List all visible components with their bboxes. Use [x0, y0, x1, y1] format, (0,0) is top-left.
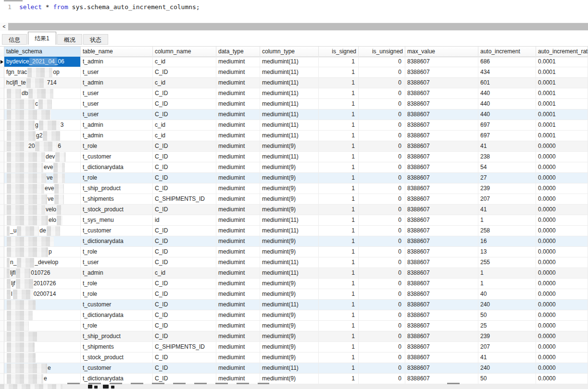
- grid-cell-auto_increment[interactable]: 50: [478, 374, 536, 384]
- grid-cell-column_name[interactable]: C_ID: [153, 289, 216, 300]
- scrollbar-left-icon[interactable]: <: [0, 23, 8, 31]
- column-header-max_value[interactable]: max_value: [405, 47, 478, 57]
- table-row[interactable]: _udet_customerC_IDmediumintmediumint(11)…: [0, 226, 588, 236]
- grid-cell-table_name[interactable]: t_shipments: [81, 342, 153, 353]
- grid-cell-table_schema[interactable]: [4, 331, 81, 342]
- row-marker[interactable]: [0, 67, 4, 78]
- grid-cell-column_type[interactable]: mediumint(9): [260, 141, 319, 152]
- grid-cell-table_name[interactable]: t_role: [81, 279, 153, 289]
- grid-cell-data_type[interactable]: mediumint: [216, 120, 260, 131]
- grid-cell-table_schema[interactable]: hcljfl_te714: [4, 78, 81, 88]
- grid-cell-max_value[interactable]: 8388607: [405, 57, 478, 67]
- row-marker[interactable]: [0, 321, 4, 331]
- grid-cell-data_type[interactable]: mediumint: [216, 363, 260, 374]
- grid-cell-auto_increment_ratio[interactable]: 0.0000: [536, 247, 588, 257]
- grid-cell-data_type[interactable]: mediumint: [216, 353, 260, 363]
- grid-cell-auto_increment_ratio[interactable]: 0.0000: [536, 215, 588, 226]
- grid-cell-table_schema[interactable]: l0200714: [4, 289, 81, 300]
- grid-cell-max_value[interactable]: 8388607: [405, 289, 478, 300]
- grid-cell-table_name[interactable]: t_customer: [81, 152, 153, 162]
- column-header-is_unsigned[interactable]: is_unsigned: [359, 47, 405, 57]
- grid-cell-auto_increment_ratio[interactable]: 0.0000: [536, 162, 588, 173]
- tab-status[interactable]: 状态: [83, 34, 108, 45]
- grid-cell-column_type[interactable]: mediumint(11): [260, 226, 319, 236]
- grid-cell-column_name[interactable]: C_ID: [153, 226, 216, 236]
- grid-cell-column_type[interactable]: mediumint(11): [260, 109, 319, 120]
- table-row[interactable]: ljfl010726t_adminc_idmediumintmediumint(…: [0, 268, 588, 279]
- row-marker[interactable]: [0, 205, 4, 215]
- grid-cell-table_schema[interactable]: e: [4, 363, 81, 374]
- grid-cell-column_type[interactable]: mediumint(9): [260, 279, 319, 289]
- grid-cell-auto_increment_ratio[interactable]: 0.0000: [536, 152, 588, 162]
- grid-cell-is_signed[interactable]: 1: [319, 194, 359, 205]
- table-row[interactable]: evet_ship_productC_IDmediumintmediumint(…: [0, 183, 588, 194]
- table-row[interactable]: t_customerC_IDmediumintmediumint(11)1083…: [0, 300, 588, 310]
- grid-cell-table_name[interactable]: t_customer: [81, 300, 153, 310]
- grid-cell-max_value[interactable]: 8388607: [405, 279, 478, 289]
- grid-cell-is_unsigned[interactable]: 0: [359, 247, 405, 257]
- grid-cell-max_value[interactable]: 8388607: [405, 374, 478, 384]
- grid-cell-column_type[interactable]: mediumint(9): [260, 289, 319, 300]
- grid-cell-table_name[interactable]: t_ship_product: [81, 331, 153, 342]
- grid-cell-is_unsigned[interactable]: 0: [359, 78, 405, 88]
- table-row[interactable]: hcljfl_te714t_adminc_idmediumintmediumin…: [0, 78, 588, 88]
- grid-cell-data_type[interactable]: mediumint: [216, 162, 260, 173]
- grid-cell-is_signed[interactable]: 1: [319, 173, 359, 183]
- grid-cell-is_signed[interactable]: 1: [319, 162, 359, 173]
- grid-cell-auto_increment_ratio[interactable]: 0.0000: [536, 342, 588, 353]
- grid-cell-auto_increment[interactable]: 239: [478, 183, 536, 194]
- grid-cell-table_schema[interactable]: db: [4, 88, 81, 99]
- grid-cell-table_schema[interactable]: [4, 109, 81, 120]
- table-row[interactable]: ct_userC_IDmediumintmediumint(11)1083886…: [0, 99, 588, 109]
- grid-cell-column_name[interactable]: C_ID: [153, 310, 216, 321]
- grid-cell-table_schema[interactable]: [4, 321, 81, 331]
- grid-cell-auto_increment_ratio[interactable]: 0.0000: [536, 321, 588, 331]
- grid-cell-column_type[interactable]: mediumint(11): [260, 99, 319, 109]
- grid-cell-is_unsigned[interactable]: 0: [359, 226, 405, 236]
- grid-cell-column_type[interactable]: mediumint(11): [260, 78, 319, 88]
- row-marker[interactable]: [0, 109, 4, 120]
- grid-cell-table_schema[interactable]: eve: [4, 183, 81, 194]
- grid-cell-max_value[interactable]: 8388607: [405, 120, 478, 131]
- grid-cell-is_unsigned[interactable]: 0: [359, 67, 405, 78]
- grid-cell-auto_increment_ratio[interactable]: 0.0001: [536, 131, 588, 141]
- grid-cell-column_type[interactable]: mediumint(11): [260, 268, 319, 279]
- grid-cell-max_value[interactable]: 8388607: [405, 141, 478, 152]
- grid-cell-column_name[interactable]: C_ID: [153, 353, 216, 363]
- table-row[interactable]: et_customerC_IDmediumintmediumint(11)108…: [0, 363, 588, 374]
- grid-cell-auto_increment[interactable]: 207: [478, 194, 536, 205]
- table-row[interactable]: devt_customerC_IDmediumintmediumint(11)1…: [0, 152, 588, 162]
- grid-cell-is_signed[interactable]: 1: [319, 363, 359, 374]
- grid-cell-is_signed[interactable]: 1: [319, 279, 359, 289]
- grid-cell-is_unsigned[interactable]: 0: [359, 99, 405, 109]
- grid-cell-column_type[interactable]: mediumint(9): [260, 183, 319, 194]
- grid-cell-column_name[interactable]: C_SHIPMENTS_ID: [153, 194, 216, 205]
- grid-cell-column_name[interactable]: C_ID: [153, 300, 216, 310]
- grid-cell-is_unsigned[interactable]: 0: [359, 300, 405, 310]
- grid-cell-auto_increment_ratio[interactable]: 0.0000: [536, 268, 588, 279]
- grid-cell-is_signed[interactable]: 1: [319, 67, 359, 78]
- grid-cell-table_name[interactable]: t_role: [81, 321, 153, 331]
- grid-cell-max_value[interactable]: 8388607: [405, 321, 478, 331]
- column-header-auto_increment[interactable]: auto_increment: [478, 47, 536, 57]
- grid-cell-column_type[interactable]: mediumint(11): [260, 57, 319, 67]
- row-marker[interactable]: [0, 162, 4, 173]
- grid-cell-auto_increment[interactable]: 1: [478, 279, 536, 289]
- row-marker[interactable]: [0, 353, 4, 363]
- grid-cell-table_name[interactable]: t_admin: [81, 268, 153, 279]
- grid-cell-table_name[interactable]: t_user: [81, 88, 153, 99]
- grid-cell-table_name[interactable]: t_sys_menu: [81, 215, 153, 226]
- table-row[interactable]: vet_shipmentsC_SHIPMENTS_IDmediumintmedi…: [0, 194, 588, 205]
- table-row[interactable]: n__developt_userC_IDmediumintmediumint(1…: [0, 257, 588, 268]
- row-marker[interactable]: [0, 279, 4, 289]
- grid-cell-table_schema[interactable]: [4, 353, 81, 363]
- grid-cell-auto_increment_ratio[interactable]: 0.0001: [536, 109, 588, 120]
- grid-cell-max_value[interactable]: 8388607: [405, 215, 478, 226]
- grid-cell-auto_increment[interactable]: 41: [478, 205, 536, 215]
- column-header-column_type[interactable]: column_type: [260, 47, 319, 57]
- grid-cell-max_value[interactable]: 8388607: [405, 300, 478, 310]
- grid-cell-auto_increment_ratio[interactable]: 0.0000: [536, 289, 588, 300]
- row-marker[interactable]: [0, 78, 4, 88]
- grid-cell-data_type[interactable]: mediumint: [216, 109, 260, 120]
- grid-cell-is_signed[interactable]: 1: [319, 109, 359, 120]
